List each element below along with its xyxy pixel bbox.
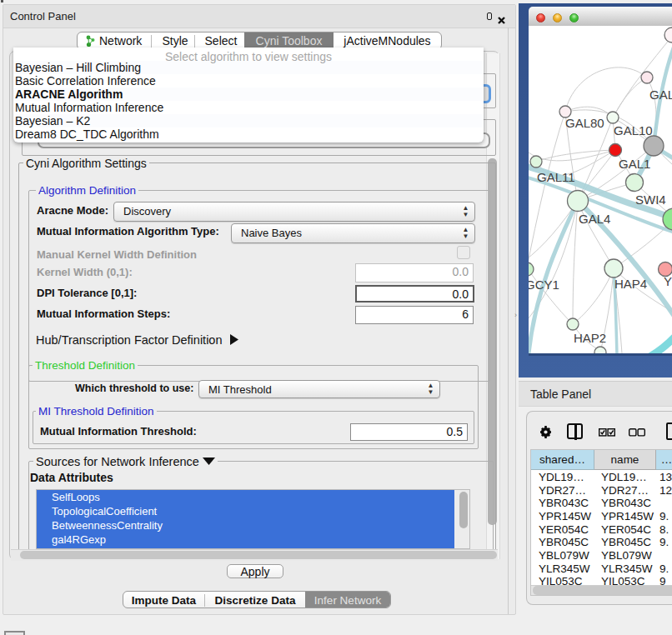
svg-text:GAL4: GAL4	[579, 212, 610, 226]
svg-text:GAL1: GAL1	[619, 157, 650, 171]
svg-text:GAL11: GAL11	[537, 170, 575, 184]
svg-text:GAL80: GAL80	[565, 116, 604, 130]
svg-text:GCY1: GCY1	[529, 278, 559, 292]
svg-text:GAL: GAL	[649, 88, 672, 102]
svg-text:HAP4: HAP4	[614, 277, 647, 291]
svg-text:SWI4: SWI4	[635, 192, 666, 207]
svg-text:HAP2: HAP2	[574, 331, 606, 345]
svg-text:Y: Y	[664, 274, 672, 288]
svg-text:GAL10: GAL10	[614, 123, 653, 138]
